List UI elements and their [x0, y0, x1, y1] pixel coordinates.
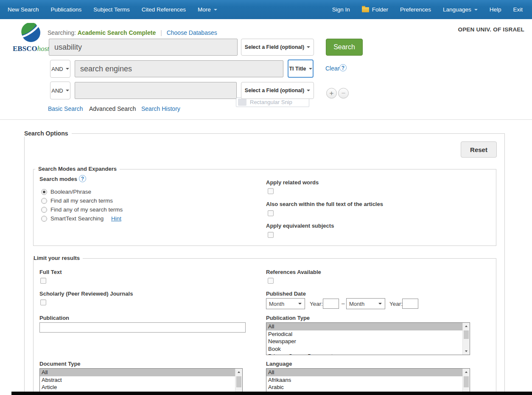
scroll-up-icon[interactable] — [463, 323, 470, 330]
chevron-down-icon — [309, 68, 312, 70]
nav-new-search[interactable]: New Search — [2, 0, 45, 19]
top-navbar: New Search Publications Subject Terms Ci… — [0, 0, 532, 19]
search-term-input-2[interactable] — [75, 60, 283, 77]
scrollbar[interactable] — [462, 369, 470, 395]
document-type-label: Document Type — [39, 361, 81, 367]
list-item[interactable]: All — [266, 369, 462, 376]
radio-find-all-terms-label: Find all my search terms — [50, 198, 113, 204]
nav-more-label: More — [198, 6, 211, 13]
apply-related-words-checkbox[interactable] — [268, 188, 274, 194]
field-select-1[interactable]: Select a Field (optional) — [241, 39, 314, 56]
publication-input[interactable] — [39, 322, 246, 333]
add-row-button[interactable] — [326, 88, 337, 99]
start-month-select[interactable]: Month — [266, 298, 305, 309]
searching-line: Searching: Academic Search Complete | Ch… — [48, 29, 217, 36]
field-select-2-ti-title[interactable]: TI Title — [288, 59, 314, 78]
radio-boolean-phrase[interactable] — [41, 189, 47, 195]
scrollbar-thumb[interactable] — [236, 376, 241, 387]
search-options-title: Search Options — [24, 130, 72, 137]
list-item[interactable]: Newspaper — [266, 338, 462, 345]
field-select-3-label: Select a Field (optional) — [245, 87, 304, 93]
brand-suffix: host — [37, 45, 49, 53]
list-item[interactable]: All — [40, 369, 235, 376]
nav-sign-in[interactable]: Sign In — [326, 0, 356, 19]
list-item[interactable]: Article — [40, 384, 235, 391]
references-available-checkbox[interactable] — [268, 278, 274, 284]
search-modes-help-icon[interactable] — [79, 175, 86, 182]
search-term-input-1[interactable] — [49, 39, 238, 56]
scroll-down-icon[interactable] — [463, 348, 470, 355]
radio-boolean-phrase-label: Boolean/Phrase — [50, 189, 91, 195]
institution-name: OPEN UNIV. OF ISRAEL — [458, 26, 524, 33]
full-text-checkbox[interactable] — [40, 278, 46, 284]
list-item[interactable]: All — [266, 323, 462, 330]
search-button[interactable]: Search — [326, 39, 363, 56]
radio-find-all-terms[interactable] — [41, 198, 47, 204]
search-modes-label: Search modes — [39, 176, 77, 182]
clear-link[interactable]: Clear — [325, 65, 339, 72]
boolean-select-3-label: AND — [51, 87, 63, 94]
start-year-input[interactable] — [323, 299, 339, 309]
choose-databases-link[interactable]: Choose Databases — [167, 29, 217, 36]
snip-ghost-label: Rectangular Snip — [250, 99, 292, 105]
end-year-input[interactable] — [402, 299, 418, 309]
search-full-text-label: Also search within the full text of the … — [266, 201, 383, 207]
publication-type-listbox[interactable]: All Periodical Newspaper Book Primary So… — [266, 322, 470, 355]
basic-search-link[interactable]: Basic Search — [48, 105, 83, 112]
brand-name: EBSCO — [13, 45, 37, 53]
scrollbar-thumb[interactable] — [464, 330, 469, 339]
searching-label: Searching: — [48, 29, 76, 36]
scrollbar[interactable] — [462, 323, 470, 355]
nav-publications[interactable]: Publications — [45, 0, 88, 19]
nav-subject-terms[interactable]: Subject Terms — [87, 0, 135, 19]
scrollbar-thumb[interactable] — [464, 376, 469, 387]
chevron-down-icon — [474, 9, 478, 11]
end-month-select[interactable]: Month — [346, 298, 385, 309]
field-select-2-label: TI Title — [289, 66, 306, 72]
limit-your-results-title: Limit your results — [34, 255, 83, 261]
nav-more[interactable]: More — [192, 0, 223, 19]
publication-type-label: Publication Type — [266, 315, 310, 321]
radio-smarttext[interactable] — [41, 216, 47, 222]
search-full-text-checkbox[interactable] — [268, 210, 274, 216]
publication-label: Publication — [39, 315, 69, 321]
search-term-input-3[interactable] — [75, 82, 237, 99]
nav-folder[interactable]: Folder — [356, 0, 394, 19]
radio-find-any-terms[interactable] — [41, 207, 47, 213]
limit-your-results-section: Limit your results Full Text References … — [33, 258, 496, 395]
scholarly-journals-checkbox[interactable] — [40, 299, 46, 305]
reset-button[interactable]: Reset — [461, 141, 497, 158]
remove-row-button[interactable] — [338, 88, 349, 99]
navbar-left: New Search Publications Subject Terms Ci… — [0, 0, 223, 19]
nav-cited-references[interactable]: Cited References — [136, 0, 192, 19]
scroll-up-icon[interactable] — [235, 369, 242, 375]
list-item[interactable]: Periodical — [266, 330, 462, 338]
help-question-icon[interactable] — [339, 64, 347, 71]
chevron-down-icon — [307, 90, 310, 91]
field-select-3[interactable]: Select a Field (optional) — [241, 82, 314, 99]
references-available-label: References Available — [266, 269, 321, 275]
scrollbar[interactable] — [235, 369, 242, 395]
boolean-select-3[interactable]: AND — [50, 82, 70, 99]
scroll-up-icon[interactable] — [463, 369, 470, 375]
nav-folder-label: Folder — [372, 6, 388, 13]
nav-exit[interactable]: Exit — [507, 0, 529, 19]
list-item[interactable]: Arabic — [266, 384, 462, 391]
list-item[interactable]: Book — [266, 345, 462, 353]
list-item[interactable]: Afrikaans — [266, 376, 462, 384]
apply-equivalent-subjects-checkbox[interactable] — [268, 232, 274, 238]
document-type-listbox[interactable]: All Abstract Article Bibliography — [39, 368, 243, 395]
nav-preferences[interactable]: Preferences — [394, 0, 437, 19]
language-listbox[interactable]: All Afrikaans Arabic Azerbaijani — [266, 368, 470, 395]
smarttext-hint-link[interactable]: Hint — [111, 215, 121, 222]
nav-languages[interactable]: Languages — [437, 0, 484, 19]
ebsco-logo-text: EBSCOhost — [12, 45, 50, 53]
list-item[interactable]: Primary Source Document — [266, 353, 462, 355]
nav-help[interactable]: Help — [484, 0, 507, 19]
boolean-select-2[interactable]: AND — [50, 60, 70, 78]
date-range-dash: – — [342, 300, 345, 307]
list-item[interactable]: Abstract — [40, 376, 235, 384]
folder-icon — [362, 7, 369, 12]
apply-related-words-label: Apply related words — [266, 179, 319, 186]
search-history-link[interactable]: Search History — [141, 105, 180, 112]
